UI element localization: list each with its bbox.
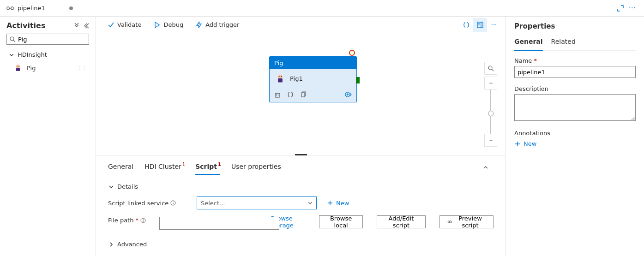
sidebar-group-label: HDInsight: [18, 51, 47, 58]
search-icon: [9, 36, 16, 42]
svg-line-4: [13, 40, 15, 42]
properties-title: Properties: [514, 22, 636, 30]
sidebar-item-pig[interactable]: Pig ⋮⋮: [0, 61, 96, 75]
sidebar-item-label: Pig: [27, 65, 36, 71]
collapse-sidebar-icon[interactable]: [83, 23, 89, 29]
svg-rect-6: [16, 68, 20, 71]
copy-icon[interactable]: [300, 91, 307, 98]
svg-point-29: [173, 202, 174, 202]
script-linked-service-select[interactable]: Select...: [197, 196, 317, 209]
advanced-toggle[interactable]: Advanced: [108, 237, 494, 251]
name-field-label: Name *: [514, 57, 636, 64]
activities-title: Activities: [6, 21, 45, 30]
svg-rect-14: [278, 78, 283, 83]
description-field-label: Description: [514, 85, 636, 92]
svg-line-26: [492, 69, 494, 71]
zoom-control: ＋ －: [484, 62, 497, 147]
activity-node-pig[interactable]: Pig Pig1: [269, 56, 357, 102]
script-linked-service-label: Script linked service: [108, 200, 187, 207]
activities-sidebar: Activities HDInsight Pig: [0, 17, 96, 256]
svg-point-25: [488, 66, 492, 70]
tab-user-properties[interactable]: User properties: [231, 160, 281, 175]
info-icon[interactable]: [140, 218, 146, 223]
svg-point-3: [10, 37, 14, 41]
properties-pane: Properties General Related Name * Descri…: [506, 17, 644, 256]
file-path-input[interactable]: [159, 217, 279, 230]
node-output-port[interactable]: [356, 77, 360, 83]
details-toggle[interactable]: Details: [108, 179, 494, 194]
annotations-label: Annotations: [514, 130, 636, 137]
zoom-fit-button[interactable]: [484, 62, 497, 75]
svg-point-13: [278, 74, 283, 79]
unsaved-dot-icon: [69, 6, 73, 10]
chevron-down-icon: [8, 52, 15, 58]
zoom-out-button[interactable]: －: [484, 134, 497, 147]
props-tab-related[interactable]: Related: [551, 35, 576, 50]
preview-script-button[interactable]: Preview script: [439, 215, 494, 228]
collapse-panel-icon[interactable]: [482, 164, 489, 171]
sidebar-group-hdinsight[interactable]: HDInsight: [0, 48, 96, 61]
svg-point-34: [143, 219, 144, 220]
collapse-all-icon[interactable]: [73, 23, 80, 29]
svg-point-5: [16, 65, 20, 68]
svg-point-7: [17, 66, 18, 67]
chevron-down-icon: [308, 201, 313, 205]
code-view-icon[interactable]: [459, 18, 473, 32]
expand-icon[interactable]: [617, 5, 624, 12]
svg-point-16: [281, 76, 282, 77]
tab-script[interactable]: Script1: [195, 160, 220, 175]
properties-pane-icon[interactable]: [473, 18, 487, 32]
file-path-label: File path*: [108, 215, 149, 224]
pipeline-toolbar: Validate Debug Add trigger: [96, 17, 506, 33]
delete-icon[interactable]: [274, 91, 281, 98]
node-name[interactable]: Pig1: [290, 75, 303, 82]
svg-rect-1: [11, 7, 13, 10]
activities-search[interactable]: [6, 34, 89, 45]
pig-activity-icon: [275, 73, 285, 83]
zoom-thumb[interactable]: [488, 111, 494, 116]
details-panel: General HDI Cluster1 Script1 User proper…: [96, 155, 506, 256]
zoom-in-button[interactable]: ＋: [484, 77, 497, 89]
validation-error-icon[interactable]: [349, 50, 355, 56]
zoom-slider[interactable]: [490, 89, 491, 134]
new-annotation-button[interactable]: New: [514, 140, 636, 147]
svg-point-15: [279, 76, 280, 77]
add-trigger-button[interactable]: Add trigger: [195, 21, 239, 29]
pipeline-icon: [6, 5, 14, 12]
activities-search-input[interactable]: [6, 34, 89, 45]
svg-point-8: [18, 66, 19, 67]
editor-tabbar: pipeline1 ···: [0, 0, 644, 17]
code-icon[interactable]: [287, 91, 294, 98]
node-header[interactable]: Pig: [270, 57, 356, 69]
pipeline-name-input[interactable]: [514, 66, 636, 78]
toolbar-more-icon[interactable]: ···: [487, 18, 501, 32]
pig-activity-icon: [14, 64, 22, 72]
validate-button[interactable]: Validate: [107, 21, 141, 29]
svg-rect-17: [276, 93, 279, 97]
tab-title[interactable]: pipeline1: [18, 5, 45, 12]
tab-hdi-cluster[interactable]: HDI Cluster1: [144, 160, 184, 175]
more-icon[interactable]: ···: [629, 5, 636, 12]
add-output-icon[interactable]: [344, 91, 352, 98]
tab-general[interactable]: General: [108, 160, 133, 175]
add-edit-script-button[interactable]: Add/Edit script: [377, 215, 425, 228]
info-icon[interactable]: [170, 200, 176, 206]
browse-local-button[interactable]: Browse local: [319, 215, 363, 228]
new-linked-service-button[interactable]: New: [327, 200, 349, 207]
drag-handle-icon[interactable]: ⋮⋮: [77, 65, 87, 71]
debug-button[interactable]: Debug: [153, 21, 183, 29]
props-tab-general[interactable]: General: [514, 35, 543, 51]
svg-rect-0: [7, 7, 9, 10]
pipeline-canvas[interactable]: Pig Pig1: [96, 33, 506, 155]
pipeline-description-input[interactable]: [514, 94, 636, 121]
svg-rect-21: [301, 93, 305, 97]
